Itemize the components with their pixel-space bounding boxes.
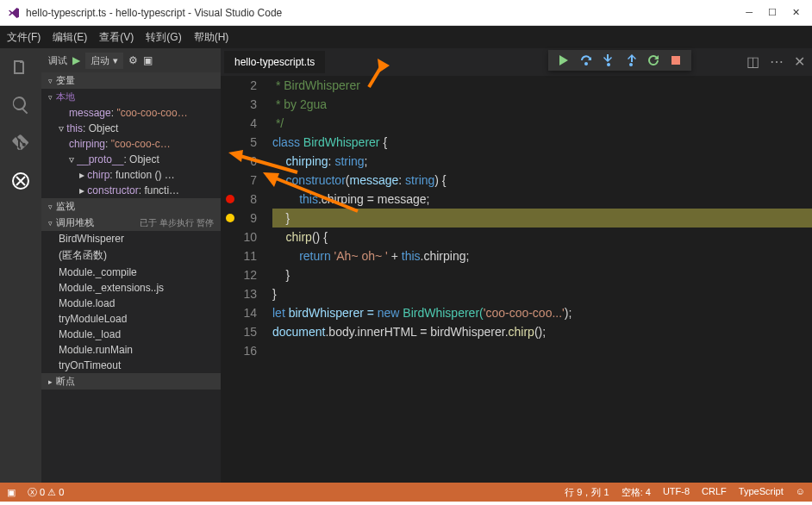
section-watch[interactable]: ▿监视 <box>41 198 221 215</box>
cursor-position[interactable]: 行 9，列 1 <box>565 486 609 499</box>
step-over-icon[interactable] <box>579 53 593 67</box>
var-proto[interactable]: ▿ __proto__: Object <box>41 152 221 167</box>
step-out-icon[interactable] <box>624 53 638 67</box>
section-callstack[interactable]: ▿调用堆栈已于 单步执行 暂停 <box>41 215 221 231</box>
chevron-down-icon: ▾ <box>113 55 118 66</box>
errors-button[interactable]: ⓧ 0 ⚠ 0 <box>28 486 64 499</box>
eol-button[interactable]: CRLF <box>702 486 727 499</box>
more-icon[interactable]: ⋯ <box>770 53 784 70</box>
restart-icon[interactable] <box>646 53 660 67</box>
start-debug-button[interactable]: ▶ <box>72 54 80 66</box>
indent-button[interactable]: 空格: 4 <box>621 486 651 499</box>
menu-edit[interactable]: 编辑(E) <box>53 30 87 45</box>
section-local[interactable]: ▿本地 <box>41 89 221 105</box>
stop-icon[interactable] <box>669 53 683 67</box>
stack-frame[interactable]: tryModuleLoad <box>41 311 221 327</box>
statusbar: ▣ ⓧ 0 ⚠ 0 行 9，列 1 空格: 4 UTF-8 CRLF TypeS… <box>0 483 812 502</box>
menu-goto[interactable]: 转到(G) <box>146 30 181 45</box>
breakpoint-icon[interactable] <box>226 195 234 203</box>
section-breakpoints[interactable]: ▸断点 <box>41 373 221 390</box>
step-into-icon[interactable] <box>602 53 615 67</box>
activity-bar <box>0 48 41 483</box>
debug-icon[interactable] <box>10 171 31 191</box>
debug-controls: 调试 ▶ 启动 ▾ ⚙ ▣ <box>41 48 221 72</box>
continue-icon[interactable] <box>557 53 571 67</box>
debug-label: 调试 <box>48 54 67 67</box>
editor: hello-typescript.ts ◫ ⋯ ✕ 234567 8 9 101… <box>221 48 812 483</box>
debug-config-dropdown[interactable]: 启动 ▾ <box>85 53 123 69</box>
gear-icon[interactable]: ⚙ <box>128 54 138 66</box>
stack-frame[interactable]: tryOnTimeout <box>41 358 221 373</box>
code-area[interactable]: 234567 8 9 10111213141516 * BirdWhispere… <box>221 76 812 483</box>
split-editor-icon[interactable]: ◫ <box>746 53 759 70</box>
stack-frame[interactable]: Module._load <box>41 327 221 342</box>
close-button[interactable]: ✕ <box>792 7 800 18</box>
svg-point-2 <box>607 63 610 66</box>
menu-help[interactable]: 帮助(H) <box>194 30 229 45</box>
gutter: 234567 8 9 10111213141516 <box>221 76 272 483</box>
explorer-icon[interactable] <box>10 57 31 78</box>
minimize-button[interactable]: ─ <box>746 7 753 18</box>
vscode-logo-icon <box>7 6 21 20</box>
git-icon[interactable] <box>10 133 31 153</box>
stack-frame[interactable]: Module.load <box>41 296 221 311</box>
encoding-button[interactable]: UTF-8 <box>663 486 690 499</box>
feedback-icon[interactable]: ▣ <box>7 487 16 498</box>
var-this[interactable]: ▿ this: Object <box>41 121 221 136</box>
svg-point-1 <box>584 62 588 65</box>
language-button[interactable]: TypeScript <box>739 486 784 499</box>
search-icon[interactable] <box>10 95 31 115</box>
window-title: hello-typescript.ts - hello-typescript -… <box>26 7 746 19</box>
debug-console-icon[interactable]: ▣ <box>143 54 153 66</box>
svg-point-3 <box>629 63 633 66</box>
titlebar: hello-typescript.ts - hello-typescript -… <box>0 0 812 26</box>
stack-frame[interactable]: Module._extensions..js <box>41 280 221 296</box>
close-editor-icon[interactable]: ✕ <box>794 53 805 70</box>
section-variables[interactable]: ▿变量 <box>41 72 221 89</box>
stack-frame[interactable]: Module._compile <box>41 265 221 280</box>
debug-toolbar <box>548 50 691 71</box>
var-message[interactable]: message: "coo-coo-coo… <box>41 105 221 121</box>
var-chirping[interactable]: chirping: "coo-coo-c… <box>41 136 221 152</box>
svg-rect-4 <box>671 56 680 65</box>
var-chirp[interactable]: ▸ chirp: function () … <box>41 167 221 183</box>
stack-frame[interactable]: BirdWhisperer <box>41 231 221 246</box>
maximize-button[interactable]: ☐ <box>768 7 777 18</box>
menu-file[interactable]: 文件(F) <box>7 30 41 45</box>
menu-view[interactable]: 查看(V) <box>99 30 134 45</box>
current-line-icon <box>226 214 234 222</box>
stack-frame[interactable]: (匿名函数) <box>41 246 221 265</box>
var-constructor[interactable]: ▸ constructor: functi… <box>41 183 221 198</box>
debug-sidebar: 调试 ▶ 启动 ▾ ⚙ ▣ ▿变量 ▿本地 message: "coo-coo-… <box>41 48 221 483</box>
editor-tab[interactable]: hello-typescript.ts <box>224 51 325 73</box>
smile-icon[interactable]: ☺ <box>796 486 805 499</box>
menubar: 文件(F) 编辑(E) 查看(V) 转到(G) 帮助(H) <box>0 26 812 48</box>
stack-frame[interactable]: Module.runMain <box>41 342 221 358</box>
